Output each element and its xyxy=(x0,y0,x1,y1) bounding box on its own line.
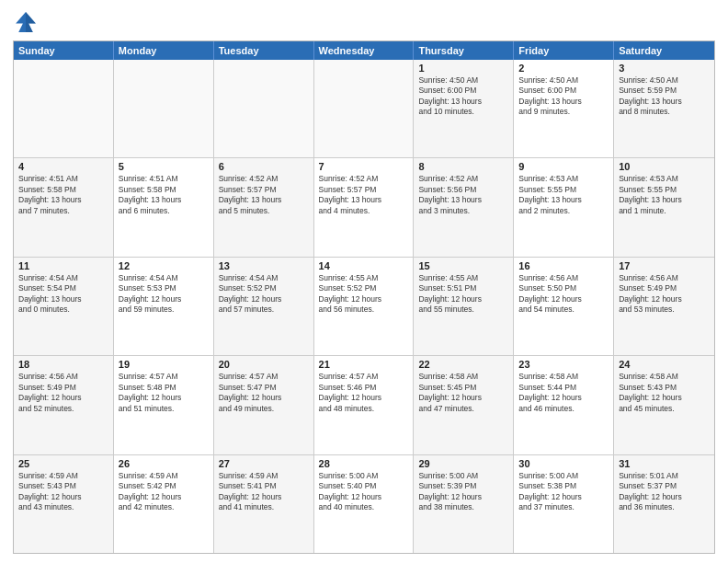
header-day-friday: Friday xyxy=(514,41,614,60)
day-number: 13 xyxy=(219,260,309,271)
day-number: 10 xyxy=(619,161,710,172)
day-info: Sunrise: 4:52 AMSunset: 5:57 PMDaylight:… xyxy=(219,174,309,216)
day-cell-14: 14Sunrise: 4:55 AMSunset: 5:52 PMDayligh… xyxy=(314,258,415,355)
calendar-header: SundayMondayTuesdayWednesdayThursdayFrid… xyxy=(14,41,714,60)
day-cell-29: 29Sunrise: 5:00 AMSunset: 5:39 PMDayligh… xyxy=(414,455,514,553)
day-info: Sunrise: 4:50 AMSunset: 6:00 PMDaylight:… xyxy=(518,75,609,118)
week-row-1: 1Sunrise: 4:50 AMSunset: 6:00 PMDaylight… xyxy=(14,60,714,158)
day-info: Sunrise: 4:59 AMSunset: 5:41 PMDaylight:… xyxy=(219,471,309,513)
day-cell-19: 19Sunrise: 4:57 AMSunset: 5:48 PMDayligh… xyxy=(114,356,214,454)
day-info: Sunrise: 4:59 AMSunset: 5:43 PMDaylight:… xyxy=(18,471,108,513)
day-number: 18 xyxy=(18,359,108,370)
day-cell-23: 23Sunrise: 4:58 AMSunset: 5:44 PMDayligh… xyxy=(514,356,614,454)
day-cell-28: 28Sunrise: 5:00 AMSunset: 5:40 PMDayligh… xyxy=(314,455,415,553)
day-info: Sunrise: 4:52 AMSunset: 5:57 PMDaylight:… xyxy=(319,174,409,216)
day-number: 1 xyxy=(418,63,508,74)
day-number: 21 xyxy=(319,359,409,370)
day-number: 7 xyxy=(319,161,409,172)
day-cell-31: 31Sunrise: 5:01 AMSunset: 5:37 PMDayligh… xyxy=(614,455,714,553)
empty-cell xyxy=(14,60,114,157)
day-info: Sunrise: 4:54 AMSunset: 5:53 PMDaylight:… xyxy=(119,273,209,316)
day-info: Sunrise: 5:00 AMSunset: 5:39 PMDaylight:… xyxy=(418,471,508,513)
day-cell-12: 12Sunrise: 4:54 AMSunset: 5:53 PMDayligh… xyxy=(114,258,214,355)
day-info: Sunrise: 4:58 AMSunset: 5:43 PMDaylight:… xyxy=(619,372,710,414)
header-day-monday: Monday xyxy=(114,41,214,60)
day-cell-9: 9Sunrise: 4:53 AMSunset: 5:55 PMDaylight… xyxy=(514,158,614,256)
day-info: Sunrise: 4:51 AMSunset: 5:58 PMDaylight:… xyxy=(18,174,108,216)
day-cell-7: 7Sunrise: 4:52 AMSunset: 5:57 PMDaylight… xyxy=(314,158,415,256)
day-number: 12 xyxy=(119,260,209,271)
day-cell-24: 24Sunrise: 4:58 AMSunset: 5:43 PMDayligh… xyxy=(614,356,714,454)
day-number: 9 xyxy=(518,161,609,172)
header-day-wednesday: Wednesday xyxy=(314,41,415,60)
day-cell-11: 11Sunrise: 4:54 AMSunset: 5:54 PMDayligh… xyxy=(14,258,114,355)
day-cell-4: 4Sunrise: 4:51 AMSunset: 5:58 PMDaylight… xyxy=(14,158,114,256)
day-cell-15: 15Sunrise: 4:55 AMSunset: 5:51 PMDayligh… xyxy=(414,258,514,355)
header-day-tuesday: Tuesday xyxy=(214,41,314,60)
day-info: Sunrise: 4:54 AMSunset: 5:54 PMDaylight:… xyxy=(18,273,108,316)
day-info: Sunrise: 4:55 AMSunset: 5:51 PMDaylight:… xyxy=(418,273,508,316)
header-day-thursday: Thursday xyxy=(414,41,514,60)
day-cell-30: 30Sunrise: 5:00 AMSunset: 5:38 PMDayligh… xyxy=(514,455,614,553)
day-info: Sunrise: 4:54 AMSunset: 5:52 PMDaylight:… xyxy=(219,273,309,316)
day-number: 15 xyxy=(418,260,508,271)
logo-icon xyxy=(13,9,39,35)
day-info: Sunrise: 4:57 AMSunset: 5:47 PMDaylight:… xyxy=(219,372,309,414)
day-number: 8 xyxy=(418,161,508,172)
week-row-4: 18Sunrise: 4:56 AMSunset: 5:49 PMDayligh… xyxy=(14,356,714,454)
day-number: 22 xyxy=(418,359,508,370)
day-number: 19 xyxy=(119,359,209,370)
day-number: 23 xyxy=(518,359,609,370)
day-cell-3: 3Sunrise: 4:50 AMSunset: 5:59 PMDaylight… xyxy=(614,60,714,157)
day-cell-26: 26Sunrise: 4:59 AMSunset: 5:42 PMDayligh… xyxy=(114,455,214,553)
day-cell-17: 17Sunrise: 4:56 AMSunset: 5:49 PMDayligh… xyxy=(614,258,714,355)
day-cell-13: 13Sunrise: 4:54 AMSunset: 5:52 PMDayligh… xyxy=(214,258,314,355)
day-number: 29 xyxy=(418,458,508,469)
day-cell-10: 10Sunrise: 4:53 AMSunset: 5:55 PMDayligh… xyxy=(614,158,714,256)
day-info: Sunrise: 4:51 AMSunset: 5:58 PMDaylight:… xyxy=(119,174,209,216)
day-info: Sunrise: 4:53 AMSunset: 5:55 PMDaylight:… xyxy=(619,174,710,216)
day-cell-2: 2Sunrise: 4:50 AMSunset: 6:00 PMDaylight… xyxy=(514,60,614,157)
day-cell-8: 8Sunrise: 4:52 AMSunset: 5:56 PMDaylight… xyxy=(414,158,514,256)
day-cell-27: 27Sunrise: 4:59 AMSunset: 5:41 PMDayligh… xyxy=(214,455,314,553)
day-number: 6 xyxy=(219,161,309,172)
svg-marker-1 xyxy=(26,12,36,32)
empty-cell xyxy=(314,60,415,157)
day-number: 28 xyxy=(319,458,409,469)
empty-cell xyxy=(214,60,314,157)
week-row-5: 25Sunrise: 4:59 AMSunset: 5:43 PMDayligh… xyxy=(14,455,714,553)
page: SundayMondayTuesdayWednesdayThursdayFrid… xyxy=(0,0,728,563)
logo xyxy=(13,9,42,35)
header xyxy=(13,9,715,35)
day-cell-1: 1Sunrise: 4:50 AMSunset: 6:00 PMDaylight… xyxy=(414,60,514,157)
day-info: Sunrise: 4:50 AMSunset: 6:00 PMDaylight:… xyxy=(418,75,508,118)
calendar: SundayMondayTuesdayWednesdayThursdayFrid… xyxy=(13,40,715,554)
day-number: 24 xyxy=(619,359,710,370)
day-info: Sunrise: 5:00 AMSunset: 5:38 PMDaylight:… xyxy=(518,471,609,513)
day-number: 4 xyxy=(18,161,108,172)
header-day-sunday: Sunday xyxy=(14,41,114,60)
day-info: Sunrise: 4:57 AMSunset: 5:48 PMDaylight:… xyxy=(119,372,209,414)
calendar-body: 1Sunrise: 4:50 AMSunset: 6:00 PMDaylight… xyxy=(14,60,714,553)
day-cell-21: 21Sunrise: 4:57 AMSunset: 5:46 PMDayligh… xyxy=(314,356,415,454)
day-number: 5 xyxy=(119,161,209,172)
day-number: 26 xyxy=(119,458,209,469)
day-info: Sunrise: 4:59 AMSunset: 5:42 PMDaylight:… xyxy=(119,471,209,513)
day-number: 27 xyxy=(219,458,309,469)
day-number: 31 xyxy=(619,458,710,469)
day-cell-16: 16Sunrise: 4:56 AMSunset: 5:50 PMDayligh… xyxy=(514,258,614,355)
day-cell-22: 22Sunrise: 4:58 AMSunset: 5:45 PMDayligh… xyxy=(414,356,514,454)
day-number: 17 xyxy=(619,260,710,271)
day-info: Sunrise: 4:57 AMSunset: 5:46 PMDaylight:… xyxy=(319,372,409,414)
day-number: 14 xyxy=(319,260,409,271)
day-info: Sunrise: 4:50 AMSunset: 5:59 PMDaylight:… xyxy=(619,75,710,118)
week-row-2: 4Sunrise: 4:51 AMSunset: 5:58 PMDaylight… xyxy=(14,158,714,257)
day-number: 3 xyxy=(619,63,710,74)
empty-cell xyxy=(114,60,214,157)
day-cell-5: 5Sunrise: 4:51 AMSunset: 5:58 PMDaylight… xyxy=(114,158,214,256)
header-day-saturday: Saturday xyxy=(614,41,714,60)
day-cell-6: 6Sunrise: 4:52 AMSunset: 5:57 PMDaylight… xyxy=(214,158,314,256)
day-number: 16 xyxy=(518,260,609,271)
day-cell-20: 20Sunrise: 4:57 AMSunset: 5:47 PMDayligh… xyxy=(214,356,314,454)
day-number: 20 xyxy=(219,359,309,370)
